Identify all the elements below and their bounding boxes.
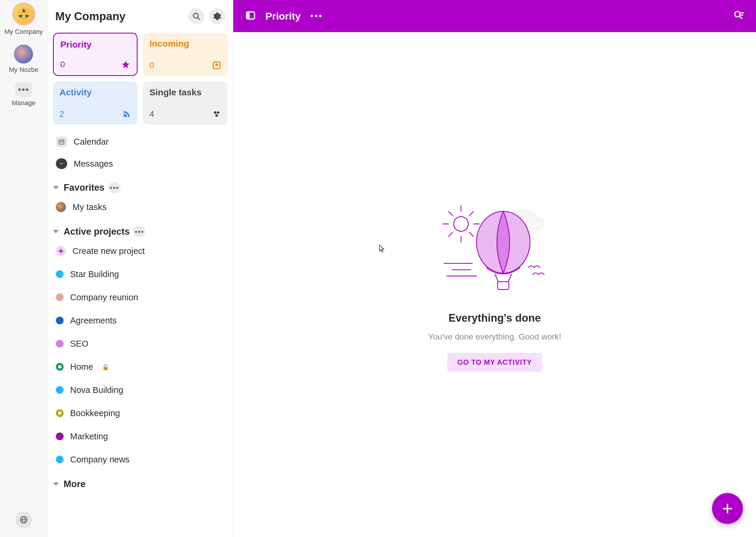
project-row[interactable]: SEO	[53, 332, 228, 355]
project-label: Star Building	[70, 269, 119, 279]
topbar-filter-button[interactable]	[734, 10, 744, 22]
section-active-projects[interactable]: Active projects •••	[53, 226, 228, 237]
favorites-label: Favorites	[64, 183, 105, 193]
lock-icon: 🔒	[102, 363, 110, 370]
svg-line-5	[198, 18, 200, 20]
nav-calendar[interactable]: Calendar	[53, 131, 228, 153]
svg-point-14	[62, 142, 63, 143]
project-color-dot	[56, 433, 64, 440]
project-row[interactable]: Company reunion	[53, 286, 228, 309]
project-color-dot	[56, 363, 64, 371]
rail-label-manage: Manage	[12, 99, 36, 107]
svg-point-12	[60, 142, 61, 143]
tile-incoming-label: Incoming	[150, 39, 221, 49]
chevron-down-icon	[53, 482, 59, 486]
active-projects-more-button[interactable]: •••	[133, 226, 146, 237]
project-color-dot	[56, 293, 64, 301]
project-label: Company reunion	[70, 293, 138, 302]
panel-title: My Company	[55, 10, 125, 23]
project-row[interactable]: Home🔒	[53, 355, 228, 378]
svg-point-15	[60, 163, 61, 164]
rail-item-company[interactable]: My Company	[4, 2, 43, 36]
chevron-down-icon	[53, 186, 59, 189]
create-project-label: Create new project	[72, 246, 145, 256]
svg-rect-19	[246, 12, 250, 19]
nozbe-avatar-icon	[14, 45, 33, 63]
svg-point-17	[62, 163, 63, 164]
project-label: Company news	[70, 455, 130, 465]
chat-icon	[56, 158, 67, 169]
nav-messages-label: Messages	[74, 159, 113, 169]
panel-scroll[interactable]: Priority 0 Incoming 0 Activity	[48, 33, 233, 537]
rail-label-company: My Company	[4, 28, 43, 36]
svg-point-9	[215, 114, 218, 117]
favorites-more-button[interactable]: •••	[108, 183, 121, 193]
empty-title: Everything's done	[448, 312, 541, 324]
fab-add-button[interactable]: +	[712, 493, 743, 524]
project-row[interactable]: Nova Building	[53, 378, 228, 401]
empty-subtitle: You've done everything. Good work!	[428, 332, 561, 342]
settings-button[interactable]	[209, 8, 225, 24]
project-row[interactable]: Bookkeeping	[53, 401, 228, 425]
favorite-my-tasks[interactable]: My tasks	[53, 195, 228, 219]
project-color-dot	[56, 340, 64, 348]
project-label: SEO	[70, 339, 88, 349]
svg-line-38	[508, 274, 511, 282]
svg-line-31	[448, 212, 452, 215]
project-row[interactable]: Marketing	[53, 425, 228, 448]
svg-rect-36	[498, 282, 509, 290]
tile-incoming[interactable]: Incoming 0	[143, 33, 228, 76]
tile-activity[interactable]: Activity 2	[53, 81, 138, 125]
tile-priority-label: Priority	[60, 39, 130, 50]
project-label: Nova Building	[70, 385, 123, 395]
go-to-activity-button[interactable]: GO TO MY ACTIVITY	[447, 353, 542, 372]
chevron-down-icon	[53, 230, 59, 233]
project-row[interactable]: Agreements	[53, 309, 228, 332]
search-button[interactable]	[188, 8, 204, 24]
sidebar-toggle-button[interactable]	[245, 10, 256, 22]
project-color-dot	[56, 409, 64, 417]
nav-messages[interactable]: Messages	[53, 153, 228, 175]
tile-activity-count: 2	[60, 109, 64, 119]
tile-single-label: Single tasks	[150, 87, 221, 98]
tile-single-count: 4	[150, 109, 154, 119]
rail-item-nozbe[interactable]: My Nozbe	[9, 45, 38, 74]
svg-point-8	[217, 111, 220, 114]
search-icon	[192, 12, 200, 21]
project-row[interactable]: Star Building	[53, 263, 228, 286]
company-avatar-icon	[12, 2, 35, 25]
topbar-more-button[interactable]: •••	[310, 11, 323, 21]
tile-activity-label: Activity	[60, 87, 131, 98]
section-favorites[interactable]: Favorites •••	[53, 183, 228, 193]
rail-label-nozbe: My Nozbe	[9, 66, 38, 74]
sidebar-panel: My Company Priority 0	[48, 0, 233, 537]
panel-header: My Company	[48, 0, 233, 33]
ellipsis-icon: •••	[15, 83, 32, 97]
main-area: Priority •••	[233, 0, 756, 537]
more-label: More	[64, 479, 86, 489]
globe-icon	[19, 515, 28, 524]
rail-globe-button[interactable]	[16, 512, 32, 528]
rail-item-manage[interactable]: ••• Manage	[12, 83, 36, 107]
project-row[interactable]: Company news	[53, 448, 228, 471]
project-label: Agreements	[70, 316, 116, 325]
rss-icon	[122, 109, 131, 118]
svg-line-21	[740, 16, 742, 19]
create-project-row[interactable]: + Create new project	[53, 239, 228, 263]
tile-priority-count: 0	[60, 60, 65, 69]
project-label: Bookkeeping	[70, 408, 120, 418]
svg-line-37	[495, 274, 498, 282]
tile-priority[interactable]: Priority 0	[53, 33, 138, 76]
section-more[interactable]: More	[53, 479, 228, 489]
tile-incoming-count: 0	[150, 61, 154, 70]
cursor-icon	[379, 244, 385, 253]
plus-icon: +	[56, 246, 66, 256]
search-filter-icon	[734, 10, 744, 21]
user-avatar-icon	[56, 202, 66, 212]
svg-line-34	[469, 212, 473, 215]
svg-point-13	[61, 142, 62, 143]
dots-triangle-icon	[212, 109, 221, 118]
project-label: Marketing	[70, 432, 108, 441]
tile-single-tasks[interactable]: Single tasks 4	[143, 81, 228, 125]
project-label: Home	[70, 362, 93, 372]
